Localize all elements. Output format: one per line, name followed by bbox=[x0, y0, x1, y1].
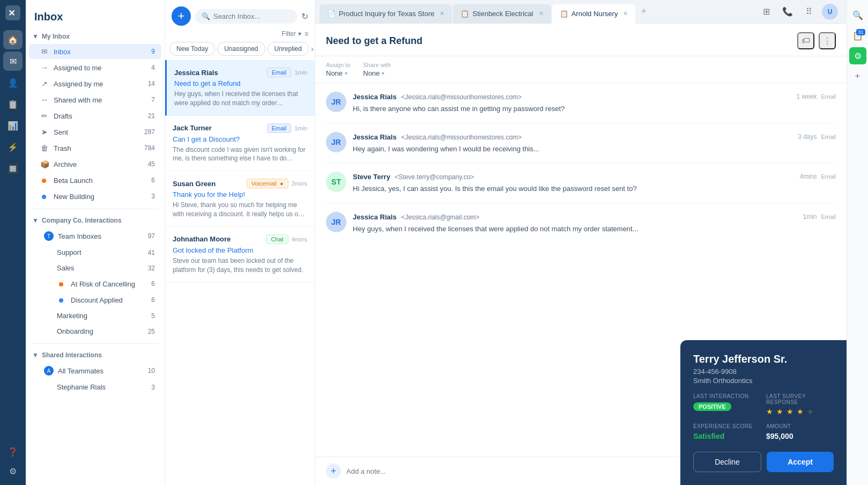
right-search-icon[interactable]: 🔍 bbox=[849, 6, 866, 24]
top-tab-1-close[interactable]: ✕ bbox=[440, 10, 444, 17]
user-avatar[interactable]: U bbox=[822, 4, 838, 20]
sales-label: Sales bbox=[57, 264, 144, 272]
contact-popup: Terry Jefferson Sr. 234-456-9908 Smith O… bbox=[680, 340, 847, 485]
conv-header-4: Johnathan Moore Chat 4mins bbox=[173, 234, 307, 244]
top-tab-2-close[interactable]: ✕ bbox=[539, 10, 544, 17]
nav-icon-integrations[interactable]: ⚡ bbox=[3, 137, 23, 157]
stephanie-rials-count: 3 bbox=[151, 384, 155, 391]
msg-4-time: 1min bbox=[803, 213, 817, 221]
sidebar-item-at-risk[interactable]: At Risk of Cancelling 6 bbox=[29, 276, 161, 291]
sidebar-item-sales[interactable]: Sales 32 bbox=[29, 261, 161, 275]
top-tab-3-close[interactable]: ✕ bbox=[623, 10, 628, 17]
nav-icon-apps[interactable]: 🔲 bbox=[3, 159, 23, 178]
sidebar-item-archive[interactable]: 📦 Archive 45 bbox=[29, 157, 161, 172]
tag-button[interactable]: 🏷 bbox=[797, 32, 814, 49]
sidebar-item-trash[interactable]: 🗑 Trash 784 bbox=[29, 141, 161, 156]
nav-icon-reports[interactable]: 📋 bbox=[3, 94, 23, 114]
nav-icon-home[interactable]: 🏠 bbox=[3, 30, 23, 49]
compose-button[interactable]: + bbox=[172, 6, 191, 26]
search-input[interactable] bbox=[213, 12, 291, 20]
msg-1-channel: Email bbox=[821, 93, 836, 100]
conv-preview-2: The discount code I was given isn't work… bbox=[173, 145, 307, 164]
conversation-item-2[interactable]: Jack Turner Email 1min Can I get a Disco… bbox=[165, 116, 315, 172]
assign-to-select[interactable]: None ▾ bbox=[326, 69, 350, 77]
all-teammates-icon: A bbox=[44, 366, 54, 376]
msg-1-meta: 1 week Email bbox=[796, 93, 836, 100]
collapse-arrow: ▼ bbox=[32, 33, 39, 40]
right-settings-icon[interactable]: ⚙ bbox=[849, 47, 866, 64]
add-tab-button[interactable]: + bbox=[636, 6, 651, 17]
msg-1-sender: Jessica Rials bbox=[353, 93, 397, 101]
share-with-group: Share with None ▾ bbox=[363, 62, 391, 77]
sidebar-item-new-building[interactable]: New Building 3 bbox=[29, 189, 161, 204]
star-4: ★ bbox=[797, 407, 804, 416]
grid-icon[interactable]: ⊞ bbox=[758, 3, 775, 20]
share-with-select[interactable]: None ▾ bbox=[363, 69, 391, 77]
tab-unreplied[interactable]: Unreplied bbox=[268, 42, 309, 56]
thread-header: Need to get a Refund 🏷 ⋮ bbox=[315, 24, 847, 56]
sidebar-item-support[interactable]: Support 41 bbox=[29, 245, 161, 260]
sidebar-item-assigned-by-me[interactable]: ↗ Assigned by me 14 bbox=[29, 76, 161, 91]
trash-icon: 🗑 bbox=[40, 144, 49, 152]
right-sidebar: 🔍 📋 31 ⚙ + bbox=[847, 0, 868, 485]
top-tab-3[interactable]: 📋 Arnold Nursery ✕ bbox=[552, 4, 636, 24]
experience-score-value: Satisfied bbox=[693, 432, 724, 440]
search-icon: 🔍 bbox=[202, 12, 210, 20]
msg-1-email: <Jessica.rials@missourihomestores.com> bbox=[401, 93, 522, 101]
right-add-icon[interactable]: + bbox=[849, 68, 866, 85]
sidebar-item-all-teammates[interactable]: A All Teammates 10 bbox=[29, 363, 161, 379]
conversation-item-1[interactable]: Jessica Rials Email 1min Need to get a R… bbox=[165, 60, 315, 116]
sidebar-item-onboarding[interactable]: Onboarding 25 bbox=[29, 324, 161, 339]
msg-1-header: Jessica Rials <Jessica.rials@missourihom… bbox=[353, 92, 836, 101]
sidebar-item-assigned-to-me[interactable]: → Assigned to me 4 bbox=[29, 60, 161, 75]
share-with-value: None bbox=[363, 69, 380, 77]
conv-channel-badge-1: Email bbox=[267, 68, 292, 77]
nav-icon-help[interactable]: ❓ bbox=[3, 442, 23, 461]
nav-icon-inbox[interactable]: ✉ bbox=[3, 52, 23, 71]
sort-button[interactable]: ≡ bbox=[305, 30, 308, 38]
decline-button[interactable]: Decline bbox=[693, 452, 761, 472]
top-tab-1-icon: 📄 bbox=[327, 10, 336, 18]
sidebar-item-team-inboxes[interactable]: T Team Inboxes 97 bbox=[29, 228, 161, 244]
shared-interactions-section[interactable]: ▼ Shared Interactions bbox=[26, 348, 165, 362]
conv-meta-1: Email 1min bbox=[267, 68, 307, 77]
nav-icon-settings[interactable]: ⚙ bbox=[3, 461, 23, 481]
phone-icon[interactable]: 📞 bbox=[779, 3, 796, 20]
tab-new-today[interactable]: New Today bbox=[169, 42, 215, 56]
trash-label: Trash bbox=[54, 144, 140, 152]
apps-icon[interactable]: ⠿ bbox=[800, 3, 818, 20]
at-risk-icon bbox=[57, 280, 66, 288]
popup-actions: Decline Accept bbox=[693, 452, 834, 472]
filter-button[interactable]: Filter ▾ bbox=[281, 30, 301, 38]
top-tab-2[interactable]: 📋 Stienbeck Electrical ✕ bbox=[453, 4, 551, 24]
refresh-button[interactable]: ↻ bbox=[301, 11, 308, 21]
sidebar-item-stephanie-rials[interactable]: Stephanie Rials 3 bbox=[29, 380, 161, 394]
company-section[interactable]: ▼ Company Co. Interactions bbox=[26, 214, 165, 227]
my-inbox-section[interactable]: ▼ My Inbox bbox=[26, 30, 165, 43]
sidebar-item-inbox[interactable]: ✉ Inbox 9 bbox=[29, 44, 161, 59]
inbox-icon: ✉ bbox=[40, 47, 49, 56]
tabs-row: New Today Unassigned Unreplied › bbox=[165, 42, 315, 60]
more-options-button[interactable]: ⋮ bbox=[819, 32, 836, 49]
sidebar-item-marketing[interactable]: Marketing 5 bbox=[29, 308, 161, 323]
right-notification-icon[interactable]: 📋 31 bbox=[849, 27, 866, 44]
nav-icon-metrics[interactable]: 📊 bbox=[3, 116, 23, 135]
inbox-list: + 🔍 ↻ Filter ▾ ≡ New Today Unassigned Un… bbox=[165, 0, 315, 485]
conversation-item-3[interactable]: Susan Green Voicemail ● 2mins Thank you … bbox=[165, 171, 315, 227]
divider-1 bbox=[32, 209, 158, 209]
sidebar-item-sent[interactable]: ➤ Sent 287 bbox=[29, 124, 161, 139]
sidebar-item-discount-applied[interactable]: Discount Applied 6 bbox=[29, 292, 161, 307]
tabs-next-arrow[interactable]: › bbox=[311, 45, 314, 53]
sidebar-item-drafts[interactable]: ✏ Drafts 21 bbox=[29, 108, 161, 123]
star-1: ★ bbox=[766, 407, 774, 416]
add-note-button[interactable]: + bbox=[326, 464, 341, 479]
support-label: Support bbox=[57, 248, 144, 256]
conversation-item-4[interactable]: Johnathan Moore Chat 4mins Got locked of… bbox=[165, 227, 315, 283]
nav-icon-contacts[interactable]: 👤 bbox=[3, 73, 23, 92]
msg-3-sender-info: Steve Terry <Steve.terry@company.co> bbox=[353, 172, 474, 181]
tab-unassigned[interactable]: Unassigned bbox=[217, 42, 265, 56]
accept-button[interactable]: Accept bbox=[767, 452, 834, 472]
sidebar-item-shared-with-me[interactable]: ↔ Shared with me 7 bbox=[29, 92, 161, 107]
top-tab-1[interactable]: 📄 Product Inquiry for Texas Store ✕ bbox=[320, 4, 452, 24]
sidebar-item-beta-launch[interactable]: Beta Launch 6 bbox=[29, 173, 161, 188]
